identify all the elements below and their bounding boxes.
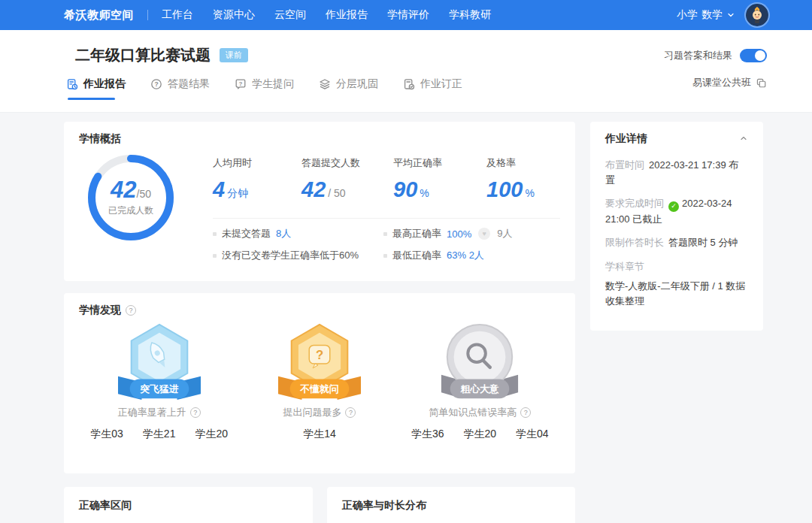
stats-row: 人均用时 4分钟 答题提交人数 42/ 50 平均正确率 90% 及格率 100… xyxy=(213,156,569,201)
rocket-badge-icon: 突飞猛进 xyxy=(110,320,209,404)
nav-divider xyxy=(147,10,148,20)
time-limit-row: 限制作答时长答题限时 5 分钟 xyxy=(605,235,748,250)
discovery-title: 学情发现 xyxy=(79,304,121,317)
substat-highest-accuracy: 最高正确率 100% ♥ 9人 xyxy=(383,227,560,240)
badge-desc: 提出问题最多 ? xyxy=(239,406,399,419)
nav-item-workbench[interactable]: 工作台 xyxy=(162,8,193,22)
assign-time-row: 布置时间2022-03-21 17:39 布置 xyxy=(605,158,748,188)
chevron-down-icon xyxy=(726,11,735,20)
svg-text:不懂就问: 不懂就问 xyxy=(299,383,338,395)
subject-label: 数学 xyxy=(701,8,723,22)
stat-avg-accuracy: 平均正确率 90% xyxy=(393,156,486,201)
deadline-row: 要求完成时间✓2022-03-24 21:00 已截止 xyxy=(605,196,748,227)
donut-caption: 已完成人数 xyxy=(108,204,153,217)
completion-donut: 42/50 已完成人数 xyxy=(86,153,175,242)
tabs-bar: 作业报告 ? 答题结果 ? 学生提问 分层巩固 作业订正 xyxy=(0,65,812,100)
question-badge-icon: ? 不懂就问 xyxy=(270,320,369,404)
stage-badge: 课前 xyxy=(220,48,248,62)
svg-text:粗心大意: 粗心大意 xyxy=(460,383,499,395)
class-switcher[interactable]: 易课堂公共班 xyxy=(692,76,767,100)
grade-label: 小学 xyxy=(677,8,698,22)
stats-divider xyxy=(213,218,560,219)
nav-item-homework-report[interactable]: 作业报告 xyxy=(326,8,368,22)
total-count: /50 xyxy=(137,188,151,200)
overview-card: 学情概括 42/50 已完成人数 人均用时 4分钟 答题提交人数 xyxy=(64,122,575,281)
answers-toggle-label: 习题答案和结果 xyxy=(664,49,732,62)
accuracy-range-card: 正确率区间 xyxy=(64,487,313,523)
layers-icon xyxy=(319,78,331,90)
help-icon[interactable]: ? xyxy=(126,305,136,316)
badge-desc: 简单知识点错误率高 ? xyxy=(400,406,560,419)
nav-item-learning-evaluation[interactable]: 学情评价 xyxy=(387,8,429,22)
completed-count: 42 xyxy=(111,177,136,203)
collapse-chevron-up-icon[interactable] xyxy=(739,132,748,146)
brand-logo[interactable]: 希沃教师空间 xyxy=(64,8,134,23)
stat-avg-time: 人均用时 4分钟 xyxy=(213,156,301,201)
magnifier-badge-icon: 粗心大意 xyxy=(430,320,529,404)
badge-desc: 正确率显著上升 ? xyxy=(79,406,239,419)
nav-menu: 工作台 资源中心 云空间 作业报告 学情评价 学科教研 xyxy=(162,8,491,22)
class-name: 易课堂公共班 xyxy=(692,76,751,89)
badge-rapid-progress: 突飞猛进 正确率显著上升 ? 学生03 学生21 学生20 xyxy=(79,320,239,441)
overview-title: 学情概括 xyxy=(79,132,121,146)
stat-submissions: 答题提交人数 42/ 50 xyxy=(301,156,393,201)
homework-detail-card: 作业详情 布置时间2022-03-21 17:39 布置 要求完成时间✓2022… xyxy=(590,122,763,331)
student-link[interactable]: 学生04 xyxy=(516,428,549,441)
square-question-icon: ? xyxy=(235,78,247,90)
badge-carelessness: 粗心大意 简单知识点错误率高 ? 学生36 学生20 学生04 xyxy=(400,320,560,441)
tab-homework-report[interactable]: 作业报告 xyxy=(66,77,126,100)
substat-low-rate-note: 没有已交卷学生正确率低于60% xyxy=(213,249,383,262)
substat-unsubmitted: 未提交答题 8人 xyxy=(213,227,383,240)
copy-icon xyxy=(756,77,767,89)
grade-subject-select[interactable]: 小学 数学 xyxy=(677,8,735,22)
student-link[interactable]: 学生36 xyxy=(411,428,444,441)
accuracy-range-title: 正确率区间 xyxy=(79,499,298,512)
chapter-row: 学科章节 数学-人教版-二年级下册 / 1 数据收集整理 xyxy=(605,259,748,309)
nav-item-subject-research[interactable]: 学科教研 xyxy=(449,8,491,22)
circle-question-icon: ? xyxy=(150,78,162,90)
tab-student-questions[interactable]: ? 学生提问 xyxy=(235,77,294,100)
tab-answer-results[interactable]: ? 答题结果 xyxy=(150,77,210,100)
page-header: 二年级口算比赛试题 课前 习题答案和结果 作业报告 ? 答题结果 ? 学生提问 xyxy=(0,30,812,113)
answers-toggle[interactable] xyxy=(740,49,767,62)
student-link[interactable]: 学生20 xyxy=(463,428,496,441)
top-navbar: 希沃教师空间 工作台 资源中心 云空间 作业报告 学情评价 学科教研 小学 数学 xyxy=(0,0,812,30)
correction-icon xyxy=(403,78,415,90)
nav-item-cloud-space[interactable]: 云空间 xyxy=(274,8,306,22)
accuracy-duration-title: 正确率与时长分布 xyxy=(342,499,560,512)
nav-item-resource-center[interactable]: 资源中心 xyxy=(213,8,255,22)
svg-text:突飞猛进: 突飞猛进 xyxy=(139,383,178,395)
svg-text:?: ? xyxy=(154,80,158,88)
tab-homework-correction[interactable]: 作业订正 xyxy=(403,77,462,100)
detail-title: 作业详情 xyxy=(605,132,647,146)
student-link[interactable]: 学生03 xyxy=(90,428,123,441)
svg-text:?: ? xyxy=(316,348,323,362)
help-icon[interactable]: ? xyxy=(190,407,201,418)
report-icon xyxy=(66,78,78,90)
substats: 未提交答题 8人 最高正确率 100% ♥ 9人 没有已交卷学生正确率低于60%… xyxy=(213,227,560,262)
stat-pass-rate: 及格率 100% xyxy=(486,156,569,201)
help-icon[interactable]: ? xyxy=(520,407,531,418)
discovery-card: 学情发现 ? xyxy=(64,293,575,473)
page-title: 二年级口算比赛试题 xyxy=(75,45,211,65)
avatar[interactable] xyxy=(746,4,768,26)
substat-lowest-accuracy: 最低正确率 63% 2人 xyxy=(383,249,560,262)
student-link[interactable]: 学生20 xyxy=(195,428,228,441)
help-icon[interactable]: ? xyxy=(345,407,356,418)
svg-text:?: ? xyxy=(239,80,243,87)
tab-tiered-practice[interactable]: 分层巩固 xyxy=(319,77,378,100)
student-link[interactable]: 学生14 xyxy=(303,428,336,441)
heart-icon: ♥ xyxy=(478,228,490,240)
check-icon: ✓ xyxy=(668,201,679,212)
badge-ask-when-unsure: ? 不懂就问 提出问题最多 ? 学生14 xyxy=(239,320,399,441)
accuracy-duration-card: 正确率与时长分布 xyxy=(327,487,575,523)
student-link[interactable]: 学生21 xyxy=(143,428,176,441)
